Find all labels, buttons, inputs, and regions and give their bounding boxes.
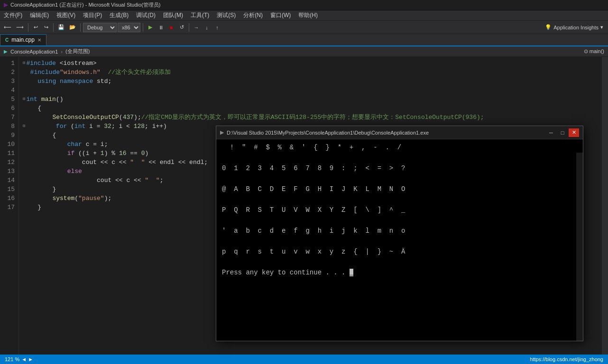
code-token: "pause" <box>78 194 104 203</box>
code-line-1: ⊟ #include <iostream> <box>23 59 598 68</box>
console-cursor: _ <box>350 269 353 276</box>
collapse-1[interactable]: ⊟ <box>23 59 25 68</box>
console-content: ! " # $ % & ' { } * + , - . / 0 1 2 3 4 … <box>216 139 583 341</box>
console-row-1: 0 1 2 3 4 5 6 7 8 9 : ; < = > ? <box>222 163 577 173</box>
toolbar-stepinto[interactable]: ↓ <box>202 22 212 33</box>
menu-test[interactable]: 测试(S) <box>213 10 240 20</box>
window-title: ConsoleApplication1 (正在运行) - Microsoft V… <box>10 1 160 9</box>
tab-main-cpp[interactable]: C main.cpp ✕ <box>0 34 46 46</box>
platform-select[interactable]: x86 x64 <box>118 23 140 32</box>
toolbar-stepout[interactable]: ↑ <box>212 22 222 33</box>
code-token: c = i; <box>82 140 108 149</box>
code-token: cout << c << <box>97 176 145 185</box>
debug-config-select[interactable]: Debug Release <box>83 23 117 32</box>
code-token: i = <box>85 122 104 131</box>
ln-3: 3 <box>0 77 15 86</box>
code-token: ( <box>67 122 74 131</box>
code-token: cout << c << <box>82 158 130 167</box>
code-token: << endl << endl; <box>145 158 208 167</box>
code-token: //这个头文件必须添加 <box>101 68 171 77</box>
console-close-button[interactable]: ✕ <box>569 128 579 137</box>
code-indent <box>23 140 67 149</box>
breadcrumb-project[interactable]: ConsoleApplication1 <box>10 49 58 55</box>
ln-15: 15 <box>0 185 15 194</box>
code-token: ( <box>74 194 78 203</box>
menu-team[interactable]: 团队(M) <box>159 10 187 20</box>
tab-bar: C main.cpp ✕ <box>0 34 608 46</box>
console-minimize-button[interactable]: ─ <box>546 128 556 137</box>
code-line-2: #include "windows.h" //这个头文件必须添加 <box>23 68 598 77</box>
code-indent <box>23 68 30 77</box>
menu-file[interactable]: 文件(F) <box>0 10 26 20</box>
toolbar-undo[interactable]: ↩ <box>31 22 40 33</box>
breadcrumb-icon: ▶ <box>4 49 8 54</box>
code-token: system <box>52 194 74 203</box>
console-row-continue: Press any key to continue . . . _ <box>222 267 577 278</box>
ln-13: 13 <box>0 167 15 176</box>
console-row-0: ! " # $ % & ' { } * + , - . / <box>222 142 577 153</box>
title-bar: ▶ ConsoleApplication1 (正在运行) - Microsoft… <box>0 0 608 10</box>
toolbar-restart[interactable]: ↺ <box>177 22 186 33</box>
breadcrumb-scope[interactable]: (全局范围) <box>65 48 90 55</box>
code-token: #include <box>26 59 55 68</box>
breadcrumb-function[interactable]: ⊙ main() <box>584 48 604 55</box>
menu-help[interactable]: 帮助(H) <box>295 10 322 20</box>
app-insights-icon: 💡 <box>545 24 552 30</box>
tab-label: main.cpp <box>11 36 35 43</box>
app-insights-button[interactable]: 💡 Application Insights ▾ <box>542 23 606 31</box>
code-indent <box>23 77 37 86</box>
console-row-2: @ A B C D E F G H I J K L M N O <box>222 184 577 194</box>
console-title: D:\Visual Studio 2015\MyProjects\Console… <box>227 130 429 136</box>
toolbar-stop[interactable]: ■ <box>166 22 176 33</box>
menu-tools[interactable]: 工具(T) <box>187 10 213 20</box>
console-row-3: P Q R S T U V W X Y Z [ \ ] ^ _ <box>222 205 577 215</box>
zoom-controls[interactable]: ◄ ► <box>21 356 33 362</box>
menu-edit[interactable]: 编辑(E) <box>26 10 53 20</box>
ln-9: 9 <box>0 131 15 140</box>
toolbar-fwd[interactable]: ⟶ <box>14 22 26 33</box>
menu-window[interactable]: 窗口(W) <box>267 10 295 20</box>
toolbar-stepover[interactable]: → <box>192 22 201 33</box>
line-numbers: 1 2 3 4 5 6 7 8 9 10 11 12 13 14 15 16 1… <box>0 57 19 355</box>
console-maximize-button[interactable]: □ <box>557 128 568 137</box>
code-indent <box>23 167 67 176</box>
vs-logo: ▶ <box>4 2 8 8</box>
code-token: SetConsoleOutputCP <box>52 113 119 122</box>
toolbar-save[interactable]: 💾 <box>56 22 66 33</box>
console-scrollbar[interactable] <box>576 153 583 341</box>
code-indent: { <box>23 131 56 140</box>
editor-scrollbar[interactable] <box>601 57 608 355</box>
toolbar-open[interactable]: 📂 <box>67 22 78 33</box>
console-row-blank3 <box>222 215 577 226</box>
ln-6: 6 <box>0 104 15 113</box>
menu-project[interactable]: 项目(P) <box>79 10 106 20</box>
toolbar-play[interactable]: ▶ <box>146 22 155 33</box>
code-token: 32 <box>104 122 111 131</box>
ln-2: 2 <box>0 68 15 77</box>
toolbar-redo[interactable]: ↪ <box>41 22 51 33</box>
code-token: () <box>56 95 64 104</box>
ln-1: 1 <box>0 59 15 68</box>
menu-bar: 文件(F) 编辑(E) 视图(V) 项目(P) 生成(B) 调试(D) 团队(M… <box>0 10 608 21</box>
status-bar-left: 121 % ◄ ► <box>5 356 33 362</box>
code-token: else <box>67 167 82 176</box>
toolbar-back[interactable]: ⟵ <box>2 22 13 33</box>
menu-view[interactable]: 视图(V) <box>53 10 79 20</box>
code-token: main <box>41 95 56 104</box>
collapse-5[interactable]: ⊟ <box>23 95 25 104</box>
code-token: 16 <box>119 149 127 158</box>
code-token: ; i++) <box>145 122 167 131</box>
menu-build[interactable]: 生成(B) <box>106 10 132 20</box>
toolbar-pause[interactable]: ⏸ <box>156 22 166 33</box>
menu-analyze[interactable]: 分析(N) <box>240 10 267 20</box>
code-token: ) % <box>104 149 119 158</box>
code-token: 0 <box>141 149 145 158</box>
collapse-8[interactable]: ⊟ <box>23 122 25 131</box>
toolbar-sep2 <box>53 23 54 32</box>
tab-close-button[interactable]: ✕ <box>37 37 41 43</box>
code-token: " " <box>145 176 159 185</box>
menu-debug[interactable]: 调试(D) <box>132 10 159 20</box>
toolbar-sep5 <box>189 23 189 32</box>
code-token: ; i < <box>111 122 134 131</box>
code-token: ( <box>119 113 123 122</box>
